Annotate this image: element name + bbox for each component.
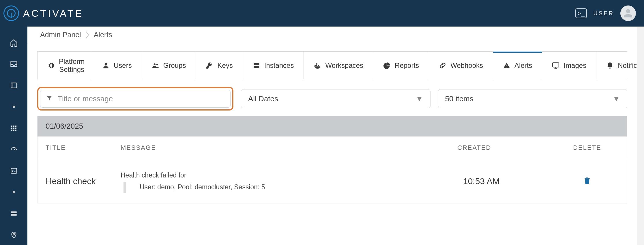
- tab-label: Instances: [264, 61, 294, 70]
- col-title: TITLE: [46, 144, 121, 152]
- svg-point-15: [13, 233, 14, 235]
- breadcrumb-item-alerts[interactable]: Alerts: [91, 31, 115, 39]
- dot-icon: [13, 191, 15, 193]
- tab-label: Webhooks: [450, 61, 483, 70]
- rail-dot-1[interactable]: [8, 101, 20, 113]
- svg-point-16: [153, 63, 156, 65]
- row-title: Health check: [46, 176, 121, 186]
- svg-rect-6: [13, 128, 14, 129]
- page-size-select[interactable]: 50 items ▼: [438, 89, 628, 108]
- svg-line-11: [14, 149, 15, 150]
- pin-icon: [10, 231, 18, 239]
- tab-reports[interactable]: Reports: [373, 52, 429, 79]
- tab-label: Keys: [217, 61, 233, 70]
- svg-point-17: [156, 64, 158, 65]
- row-delete: [555, 177, 619, 186]
- dot-icon: [13, 106, 15, 108]
- content-panel: Admin Panel Alerts Platform Settings Use…: [27, 27, 637, 245]
- svg-point-21: [254, 67, 255, 67]
- monitor-icon: [552, 62, 559, 69]
- svg-rect-22: [315, 65, 316, 66]
- pie-icon: [383, 62, 391, 69]
- tab-webhooks[interactable]: Webhooks: [429, 52, 493, 79]
- avatar[interactable]: [620, 5, 636, 21]
- rail-dot-2[interactable]: [8, 186, 20, 198]
- user-label[interactable]: USER: [593, 10, 614, 17]
- svg-rect-18: [254, 63, 259, 65]
- rail-location[interactable]: [8, 229, 20, 241]
- svg-rect-8: [11, 130, 12, 131]
- svg-rect-5: [11, 128, 12, 129]
- key-icon: [206, 62, 213, 69]
- search-field[interactable]: [40, 90, 231, 108]
- warning-icon: [503, 62, 510, 69]
- breadcrumb: Admin Panel Alerts: [27, 27, 637, 43]
- chevron-right-icon: [84, 27, 91, 43]
- svg-rect-7: [15, 128, 16, 129]
- tab-users[interactable]: Users: [92, 52, 142, 79]
- bell-icon: [606, 62, 614, 69]
- home-icon: [10, 39, 18, 47]
- person-icon: [102, 62, 110, 69]
- tab-label: Images: [564, 61, 586, 70]
- search-highlight: [37, 87, 233, 111]
- tab-alerts[interactable]: Alerts: [493, 52, 542, 79]
- tab-label: Workspaces: [325, 61, 363, 70]
- logo-icon: [3, 5, 19, 21]
- svg-rect-26: [553, 63, 559, 67]
- row-created: 10:53 AM: [457, 176, 555, 186]
- date-filter-select[interactable]: All Dates ▼: [241, 89, 430, 108]
- svg-rect-12: [11, 168, 17, 173]
- rail-home[interactable]: [8, 37, 20, 48]
- tab-keys[interactable]: Keys: [196, 52, 243, 79]
- rail-dashboard[interactable]: [8, 144, 20, 155]
- chevron-down-icon: ▼: [416, 94, 423, 103]
- rail-terminal[interactable]: [8, 165, 20, 177]
- col-created: CREATED: [457, 144, 555, 152]
- svg-rect-2: [11, 126, 12, 127]
- tab-images[interactable]: Images: [542, 52, 596, 79]
- svg-rect-23: [316, 65, 317, 66]
- top-header: ACTIVATE >_ USER: [0, 0, 644, 27]
- gears-icon: [47, 62, 55, 69]
- tab-instances[interactable]: Instances: [243, 52, 304, 79]
- tab-groups[interactable]: Groups: [142, 52, 196, 79]
- rail-apps[interactable]: [8, 122, 20, 134]
- svg-rect-13: [11, 211, 17, 213]
- date-filter-label: All Dates: [248, 94, 278, 103]
- svg-point-20: [254, 63, 255, 64]
- terminal-button[interactable]: >_: [575, 8, 587, 18]
- chevron-down-icon: ▼: [613, 94, 620, 103]
- brand-text: ACTIVATE: [23, 8, 83, 19]
- left-rail: [0, 27, 27, 245]
- svg-rect-24: [318, 65, 319, 66]
- people-icon: [152, 62, 159, 69]
- brand-logo[interactable]: ACTIVATE: [3, 5, 83, 21]
- trash-icon: [583, 177, 591, 185]
- gauge-icon: [10, 145, 18, 154]
- breadcrumb-item-admin[interactable]: Admin Panel: [37, 31, 84, 39]
- admin-tabs: Platform Settings Users Groups Keys Inst…: [37, 51, 627, 79]
- tab-notifications[interactable]: Notifications: [596, 52, 637, 79]
- svg-rect-25: [316, 63, 317, 64]
- rail-inbox[interactable]: [8, 58, 20, 70]
- terminal-icon: [10, 167, 18, 175]
- tab-workspaces[interactable]: Workspaces: [304, 52, 373, 79]
- delete-button[interactable]: [583, 177, 591, 185]
- row-message: Health check failed for User: demo, Pool…: [121, 171, 457, 191]
- alerts-table: 01/06/2025 TITLE MESSAGE CREATED DELETE …: [37, 116, 627, 203]
- svg-rect-3: [13, 126, 14, 127]
- svg-rect-9: [13, 130, 14, 131]
- table-header: TITLE MESSAGE CREATED DELETE: [38, 136, 627, 159]
- docker-icon: [314, 62, 321, 69]
- search-input[interactable]: [58, 94, 224, 103]
- inbox-icon: [10, 60, 18, 68]
- tab-platform-settings[interactable]: Platform Settings: [38, 52, 92, 79]
- rail-server[interactable]: [8, 208, 20, 219]
- col-delete: DELETE: [555, 144, 619, 152]
- server-icon: [10, 210, 18, 217]
- scrollbar[interactable]: [637, 27, 644, 245]
- rail-panel[interactable]: [8, 80, 20, 91]
- date-group-header: 01/06/2025: [38, 116, 627, 136]
- avatar-icon: [623, 8, 633, 18]
